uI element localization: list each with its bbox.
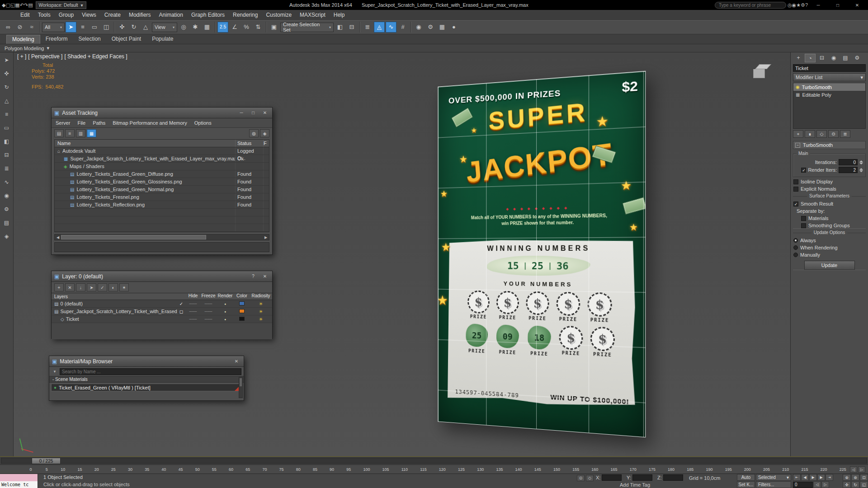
ruler-tick[interactable]: 50 [195,467,200,472]
ruler-tick[interactable]: 45 [179,467,183,472]
next-key-button[interactable]: ▷ [821,481,829,488]
ruler-tick[interactable]: 95 [346,467,351,472]
menu-rendering[interactable]: Rendering [229,10,262,19]
help-icon[interactable]: ? [805,2,808,8]
set-current-layer-icon[interactable]: ✓ [98,283,107,291]
render-setup-icon[interactable]: ⚙ [425,22,436,33]
iterations-spinner[interactable]: 0 [839,159,858,165]
ruler-tick[interactable]: 70 [262,467,267,472]
angle-snap-icon[interactable]: ∠ [229,22,240,33]
modifier-list-dropdown[interactable]: Modifier List ▾ [793,73,866,81]
scroll-left-icon[interactable]: ◀ [55,235,61,239]
left-tool-4-icon[interactable]: △ [2,96,12,106]
create-tab[interactable]: + [793,54,804,62]
ruler-tick[interactable]: 170 [630,467,637,472]
ruler-tick[interactable]: 155 [572,467,579,472]
maximize-button[interactable]: □ [829,1,847,9]
align-icon[interactable]: ⊟ [346,22,357,33]
zoom-icon[interactable]: ⊕ [843,474,851,481]
reference-coordinate-dropdown[interactable]: View▾ [152,23,177,32]
ribbon-tab-object-paint[interactable]: Object Paint [106,35,146,44]
prize-spot[interactable]: $PRIZE [588,292,612,323]
render-iters-spinner[interactable]: 2 [839,167,858,173]
x-coordinate-field[interactable] [602,474,622,481]
y-coordinate-field[interactable] [632,474,652,481]
ruler-tick[interactable]: 110 [401,467,408,472]
ruler-tick[interactable]: 75 [279,467,284,472]
orbit-icon[interactable]: ↻ [851,481,859,488]
object-name-field[interactable] [793,64,866,72]
ribbon-tab-freeform[interactable]: Freeform [40,35,73,44]
ruler-tick[interactable]: 190 [706,467,712,472]
column-render[interactable]: Render [216,293,234,300]
update-button[interactable]: Update [804,261,855,270]
column-color[interactable]: Color [234,293,250,300]
kbd-override-icon[interactable]: ▦ [202,22,212,33]
left-tool-10-icon[interactable]: ∿ [2,177,12,187]
ruler-tick[interactable]: 145 [534,467,541,472]
ruler-tick[interactable]: 10 [61,467,65,472]
asset-row[interactable]: ▤Lottery_Tickets_Fresnel.pngFound [55,193,269,201]
minimize-button[interactable]: ─ [237,109,246,117]
unlink-selection-icon[interactable]: ⊘ [14,22,25,33]
absolute-mode-icon[interactable]: ◇ [586,475,594,481]
asset-menu-options[interactable]: Options [194,120,212,126]
left-tool-3-icon[interactable]: ↻ [2,82,12,92]
asset-row[interactable]: ▤Lottery_Tickets_Erased_Green_Glossiness… [55,178,269,186]
ribbon-tab-modeling[interactable]: Modeling [6,35,40,44]
horizontal-scrollbar[interactable]: ◀ ▶ [54,234,269,240]
layer-render-toggle[interactable]: ● [216,302,234,306]
schematic-view-icon[interactable]: # [397,22,408,33]
menu-animation[interactable]: Animation [155,10,187,19]
select-and-move-icon[interactable]: ✜ [117,22,127,33]
ruler-tick[interactable]: 105 [382,467,389,472]
ruler-tick[interactable]: 115 [420,467,426,472]
ruler-tick[interactable]: 135 [496,467,503,472]
ruler-tick[interactable]: 40 [161,467,166,472]
asset-menu-server[interactable]: Server [56,120,70,126]
rect-region-icon[interactable]: ▭ [89,22,100,33]
ruler-tick[interactable]: 225 [840,467,846,472]
next-key-icon[interactable]: ▷ [858,466,865,473]
menu-graph-editors[interactable]: Graph Editors [187,10,229,19]
rendered-frame-icon[interactable]: ▦ [437,22,448,33]
layer-color-swatch[interactable] [234,317,250,322]
layer-radiosity-toggle[interactable]: ☀ [250,309,272,314]
delete-layer-icon[interactable]: ✕ [65,283,75,291]
layer-dialog[interactable]: ▣ Layer: 0 (default) ? ✕ +✕↓➤✓◐✶ LayersH… [51,271,273,339]
scroll-right-icon[interactable]: ▶ [263,235,269,239]
material-browser-titlebar[interactable]: ▣ Material/Map Browser ✕ [49,356,244,367]
left-tool-14-icon[interactable]: ◈ [2,231,12,241]
ruler-tick[interactable]: 180 [668,467,675,472]
close-button[interactable]: ✕ [260,273,269,280]
ruler-tick[interactable]: 125 [458,467,465,472]
select-object-icon[interactable]: ➤ [66,22,76,33]
layer-dialog-titlebar[interactable]: ▣ Layer: 0 (default) ? ✕ [52,271,272,282]
asset-row[interactable]: ▤Lottery_Tickets_Reflection.pngFound [55,201,269,209]
ruler-tick[interactable]: 5 [45,467,48,472]
ruler-tick[interactable]: 150 [553,467,560,472]
ruler-tick[interactable]: 100 [363,467,370,472]
play-button[interactable]: ▶ [809,474,817,481]
asset-row[interactable]: ▦Super_Jackpot_Scratch_Lottery_Ticket_wi… [55,155,269,163]
layer-hide-toggle[interactable]: ─── [185,302,201,306]
use-pivot-center-icon[interactable]: ◎ [178,22,189,33]
menu-tools[interactable]: Tools [34,10,55,19]
add-selection-to-layer-icon[interactable]: ↓ [76,283,85,291]
ruler-tick[interactable]: 0 [29,467,33,472]
graphite-toggle-icon[interactable]: ◬ [374,22,385,33]
asset-menu-bitmap-performance-and-memory[interactable]: Bitmap Performance and Memory [113,120,187,126]
maxscript-mini-listener[interactable]: Welcome tc [0,474,38,488]
material-list-item[interactable]: ● Ticket_Erased_Green ( VRayMtl ) [Ticke… [51,384,242,391]
asset-path-field[interactable] [54,242,269,252]
menu-modifiers[interactable]: Modifiers [125,10,155,19]
ruler-tick[interactable]: 85 [313,467,317,472]
menu-maxscript[interactable]: MAXScript [296,10,330,19]
community-icon[interactable]: ◉ [792,2,797,8]
asset-row[interactable]: ▤Lottery_Tickets_Erased_Green_Normal.png… [55,186,269,193]
layer-radiosity-toggle[interactable]: ☀ [250,317,272,322]
left-tool-1-icon[interactable]: ➤ [2,55,12,65]
ruler-tick[interactable]: 185 [687,467,693,472]
left-tool-2-icon[interactable]: ✜ [2,69,12,79]
left-tool-11-icon[interactable]: ◉ [2,191,12,201]
